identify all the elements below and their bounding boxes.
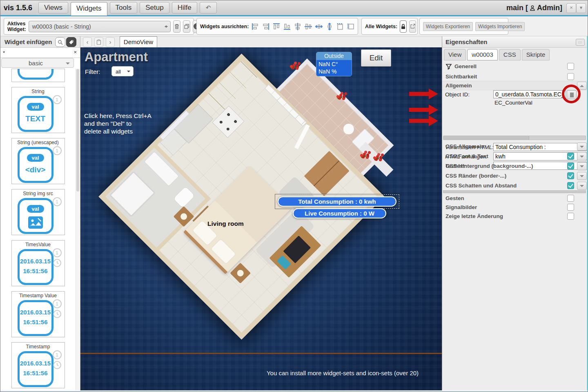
align-label: Widgets ausrichten: bbox=[200, 24, 249, 29]
lock-widgets-button[interactable] bbox=[400, 20, 407, 33]
widget-set-select[interactable]: basic bbox=[1, 58, 74, 68]
section-css-raender[interactable]: CSS Ränder (border-...) bbox=[442, 171, 587, 180]
widget-icon bbox=[18, 69, 53, 80]
letzte-aenderung-checkbox[interactable] bbox=[567, 213, 574, 220]
center-vertical-icon[interactable] bbox=[294, 22, 302, 31]
clone-widget-button[interactable] bbox=[183, 20, 190, 33]
section-css-font-text[interactable]: CSS Font & Text bbox=[442, 151, 587, 161]
widget-card-string-unescaped[interactable]: String (unescaped) val <div> 1 bbox=[11, 138, 65, 184]
tab-demoview[interactable]: DemoView bbox=[120, 36, 157, 47]
view-canvas[interactable]: locked Apartment Filter: all Click here,… bbox=[80, 47, 442, 390]
prev-view-button[interactable]: ‹ bbox=[83, 37, 92, 47]
usage-count-badge: 1 bbox=[53, 95, 62, 104]
tab-scripts[interactable]: Skripte bbox=[522, 49, 550, 60]
align-top-icon[interactable] bbox=[272, 22, 281, 31]
sichtbarkeit-checkbox[interactable] bbox=[567, 73, 574, 80]
next-view-button[interactable]: › bbox=[106, 37, 115, 47]
export-widgets-button[interactable]: Widgets Exportieren bbox=[423, 22, 473, 31]
properties-hscrollbar[interactable] bbox=[443, 136, 586, 140]
search-widget-button[interactable] bbox=[55, 37, 65, 47]
expand-section-button[interactable] bbox=[577, 152, 587, 160]
annotation-arrow-prepend bbox=[409, 105, 439, 115]
expand-section-button[interactable] bbox=[577, 143, 587, 151]
same-height-icon[interactable] bbox=[347, 22, 355, 31]
widget-card-partial[interactable] bbox=[11, 69, 65, 82]
widget-card-string[interactable]: String val TEXT 1 bbox=[11, 87, 65, 133]
expand-section-button[interactable] bbox=[577, 182, 587, 190]
same-width-icon[interactable] bbox=[336, 22, 344, 31]
align-bottom-icon[interactable] bbox=[283, 22, 291, 31]
palette-scrollbar[interactable] bbox=[76, 69, 80, 390]
import-widgets-button[interactable]: Widgets Importieren bbox=[475, 22, 525, 31]
menu-setup[interactable]: Setup bbox=[140, 2, 169, 13]
section-css-hintergrund[interactable]: CSS Hintergrund (background-...) bbox=[442, 161, 587, 171]
trash-icon bbox=[174, 23, 180, 30]
widget-time: 16:51:56 bbox=[20, 318, 51, 325]
outside-weather-widget[interactable]: Outside NaN C° NaN % bbox=[316, 52, 352, 76]
live-consumption-widget[interactable]: Live Consumption : 0 W bbox=[293, 208, 386, 218]
widget-date: 2016.03.15 bbox=[20, 309, 51, 316]
tab-widget-id[interactable]: w00003 bbox=[467, 49, 498, 60]
menu-views[interactable]: Views bbox=[38, 2, 68, 13]
menu-tools[interactable]: Tools bbox=[110, 2, 138, 13]
object-id-helper: EC_CounterVal bbox=[494, 100, 532, 106]
panel-options-button[interactable] bbox=[576, 39, 585, 46]
section-generell[interactable]: Generell bbox=[442, 62, 587, 71]
widget-card-string-img-src[interactable]: String img src val 1 bbox=[11, 189, 65, 235]
widget-filter-input[interactable] bbox=[0, 48, 80, 58]
user-icon bbox=[530, 5, 535, 11]
active-widget-select[interactable]: w00003 (basic - String) bbox=[29, 21, 171, 32]
align-left-icon[interactable] bbox=[251, 22, 259, 31]
menu-hilfe[interactable]: Hilfe bbox=[172, 2, 197, 13]
expand-section-button[interactable] bbox=[577, 162, 587, 170]
css-raender-checkbox[interactable] bbox=[567, 172, 574, 179]
css-schatten-checkbox[interactable] bbox=[567, 182, 574, 189]
paste-widget-button[interactable] bbox=[94, 37, 103, 47]
delete-widget-button[interactable] bbox=[173, 20, 180, 33]
distribute-vertical-icon[interactable] bbox=[325, 22, 334, 31]
widget-card-timestamp-value[interactable]: Timestamp Value 2016.03.15 16:51:56 1 bbox=[11, 291, 65, 337]
total-consumption-widget[interactable]: Total Consumption : 0 kwh bbox=[278, 196, 396, 207]
search-icon bbox=[58, 40, 63, 45]
chevron-right-icon: › bbox=[109, 38, 111, 45]
toolbar: Aktives Widget: w00003 (basic - String) bbox=[0, 16, 588, 36]
clear-filter-icon[interactable]: × bbox=[74, 49, 77, 55]
canvas-filter-select[interactable]: all bbox=[111, 66, 134, 76]
generell-checkbox[interactable] bbox=[567, 63, 574, 70]
tab-css[interactable]: CSS bbox=[499, 49, 521, 60]
expand-section-button[interactable] bbox=[577, 172, 587, 180]
section-gesten[interactable]: Gesten bbox=[442, 194, 587, 203]
tab-view[interactable]: View bbox=[444, 49, 466, 60]
scrollbar-thumb[interactable] bbox=[76, 69, 79, 192]
widget-card-timesvalue[interactable]: TimesValue 2016.03.15 16:51:56 1 bbox=[11, 240, 65, 286]
scrollbar-thumb[interactable] bbox=[443, 136, 529, 140]
align-right-icon[interactable] bbox=[262, 22, 270, 31]
section-sichtbarkeit[interactable]: Sichtbarkeit bbox=[442, 72, 587, 81]
edit-button[interactable]: Edit bbox=[361, 49, 391, 67]
section-signalbilder[interactable]: Signalbilder bbox=[442, 203, 587, 212]
gesten-checkbox[interactable] bbox=[567, 195, 574, 202]
usage-count-badge: 1 bbox=[53, 146, 62, 155]
css-hintergrund-checkbox[interactable] bbox=[567, 163, 574, 169]
preview-widgets-button[interactable] bbox=[409, 20, 416, 33]
section-letzte-aenderung[interactable]: Zeige letzte Änderung bbox=[442, 212, 587, 221]
close-button[interactable]: × bbox=[566, 3, 576, 13]
widget-card-timestamp[interactable]: Timestamp 2016.03.15 16:51:56 1 bbox=[11, 342, 65, 388]
css-font-text-checkbox[interactable] bbox=[567, 153, 574, 160]
distribute-horizontal-icon[interactable] bbox=[315, 22, 323, 31]
filter-tags-button[interactable] bbox=[66, 37, 76, 47]
app-title: vis 1.5.6 bbox=[4, 4, 32, 12]
section-css-allgemein[interactable]: CSS Allgemein bbox=[442, 142, 587, 151]
undo-button[interactable]: ↶ bbox=[200, 2, 217, 13]
center-horizontal-icon[interactable] bbox=[304, 22, 312, 31]
import-export-group: Widgets Exportieren Widgets Importieren bbox=[419, 18, 508, 35]
menu-widgets[interactable]: Widgets bbox=[71, 2, 107, 16]
window-menu-button[interactable]: ▾ bbox=[576, 3, 586, 13]
widget-time: 16:51:56 bbox=[20, 370, 51, 376]
section-css-schatten[interactable]: CSS Schatten und Abstand bbox=[442, 181, 587, 190]
signalbilder-checkbox[interactable] bbox=[567, 204, 574, 211]
widget-filter: × bbox=[0, 48, 80, 58]
usage-count-badge: 1 bbox=[53, 350, 62, 359]
object-id-input[interactable] bbox=[493, 90, 566, 98]
usage-count-badge: 1 bbox=[53, 299, 62, 308]
